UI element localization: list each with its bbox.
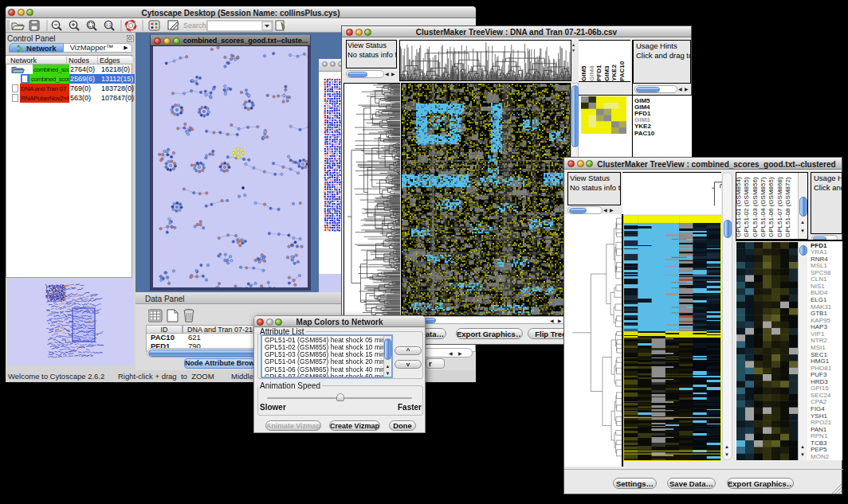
svg-text:Search:: Search: xyxy=(183,21,208,29)
svg-text:1:1: 1:1 xyxy=(106,22,112,27)
